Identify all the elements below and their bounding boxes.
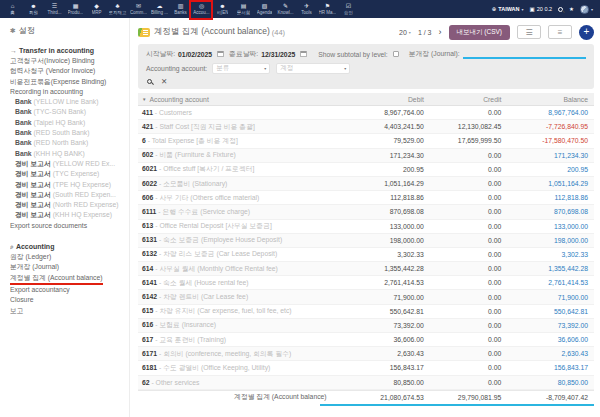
topbar-item-documents[interactable]: ▤문서함 (233, 0, 254, 18)
topbar-item-hr-management[interactable]: ⚑HR Ma... (317, 0, 338, 18)
topbar-item-home[interactable]: ⌂홈 (2, 0, 23, 18)
add-record-button[interactable]: + (579, 25, 594, 40)
sidebar-item[interactable]: 분개장 (Journal) (10, 262, 125, 272)
record-count: (44) (272, 28, 285, 37)
sidebar-item[interactable]: 원장 (Ledger) (10, 252, 125, 262)
topbar-item-tools[interactable]: ✈Tools (296, 0, 317, 18)
sidebar-item[interactable]: 협력사청구 (Vendor Invoice) (10, 66, 125, 76)
sidebar-item-account-balance[interactable]: 계정별 집계 (Account balance) (10, 273, 125, 285)
topbar-item-communication[interactable]: ✉Comm... (128, 0, 149, 18)
calendar-icon[interactable] (300, 51, 307, 57)
table-row[interactable]: 613 - Office Rental Deposit [사무실 보증금]133… (138, 220, 594, 234)
export-csv-button[interactable]: 내보내기 (CSV) (449, 25, 511, 40)
credit-cell: 0.00 (430, 251, 508, 258)
topbar-item-inventory[interactable]: ♣로자재고 (107, 0, 128, 18)
topbar-item-agenda[interactable]: ▧Agenda (254, 0, 275, 18)
sidebar-item[interactable]: Closure (10, 295, 125, 305)
sidebar-item[interactable]: 비용전표묶음(Expense Binding) (10, 77, 125, 87)
topbar-item-label: 문서함 (237, 10, 251, 15)
sidebar-item[interactable]: 경비 보고서 (TPE HQ Expense) (10, 180, 125, 190)
table-row[interactable]: 6141 - 숙소 월세 (House rental fee)2,761,414… (138, 276, 594, 290)
table-row[interactable]: 6111 - 은행 수수료 (Service charge)870,698.08… (138, 205, 594, 219)
account-category-select[interactable]: 분류 ▾ (212, 63, 270, 74)
sidebar-item[interactable]: Export accountancy (10, 285, 125, 295)
table-row[interactable]: 6022 - 소모품비 (Stationary)1,051,164.290.00… (138, 177, 594, 191)
sidebar-item[interactable]: 경비 보고서 (South RED Expen... (10, 190, 125, 200)
sidebar-item[interactable]: Export source documents (10, 221, 125, 231)
end-date-value[interactable]: 12/31/2025 (261, 51, 295, 58)
table-row[interactable]: 616 - 보험료 (Insurance)73,392.000.0073,392… (138, 319, 594, 333)
user-menu[interactable]: ▾ (580, 5, 593, 14)
balance-cell: 8,967,764.00 (507, 109, 594, 116)
sidebar-item[interactable]: Bank (YELLOW Line Bank) (10, 97, 125, 107)
sidebar-item[interactable]: Bank (TYC-SGN Bank) (10, 107, 125, 117)
sidebar-item[interactable]: Recording in accounting (10, 87, 125, 97)
table-row[interactable]: 6131 - 숙소 보증금 (Employee House Deposit)19… (138, 234, 594, 248)
language-region-selector[interactable]: ⊕ TAIWAN ▾ (492, 6, 524, 12)
sidebar-item[interactable]: Bank (KHH HQ BANK) (10, 149, 125, 159)
settings-header[interactable]: ✱ 설정 (10, 25, 125, 36)
search-icon[interactable] (147, 79, 152, 84)
account-cell: 411 - Customers (138, 109, 339, 116)
calendar-icon[interactable] (217, 51, 224, 57)
globe-icon: ⊕ (492, 6, 497, 12)
clear-filters-icon[interactable]: ✕ (161, 78, 167, 85)
table-row[interactable]: 615 - 차량 유지비 (Car expense, fuel, toll fe… (138, 305, 594, 319)
table-row[interactable]: 411 - Customers8,967,764.000.008,967,764… (138, 106, 594, 120)
header-account[interactable]: ▼ Accounting account (138, 96, 339, 103)
global-search-button[interactable] (558, 7, 563, 12)
credit-cell: 0.00 (430, 294, 508, 301)
topbar-item-products[interactable]: ▦Produ... (65, 0, 86, 18)
chevron-down-icon: ▾ (344, 66, 346, 71)
topbar-item-mrp[interactable]: ◆MRP (86, 0, 107, 18)
topbar-item-banks[interactable]: ▥Banks (170, 0, 191, 18)
favorites-button[interactable]: ★ (569, 6, 574, 12)
sidebar-item[interactable]: Bank (Taipei HQ Bank) (10, 118, 125, 128)
subtotal-checkbox[interactable] (393, 51, 399, 57)
indent-view-button[interactable]: ≡ (548, 25, 572, 39)
banks-icon: ▥ (178, 3, 184, 10)
version-indicator[interactable]: ▣ 20 0.2 (530, 6, 553, 12)
sidebar-item[interactable]: 고객청구서(Invoice) Binding (10, 56, 125, 66)
balance-cell: 36,606.00 (507, 336, 594, 343)
list-view-button[interactable]: ☰ (517, 25, 541, 39)
filter-row-account: Accounting account: 분류 ▾ 계정 ▾ (146, 61, 586, 75)
table-row[interactable]: 6142 - 차량 렌트비 (Car Lease fee)71,900.000.… (138, 290, 594, 304)
journal-input[interactable] (463, 49, 586, 59)
documents-icon: ▤ (241, 3, 247, 10)
sidebar-item[interactable]: Bank (RED South Bank) (10, 128, 125, 138)
account-filter-label: Accounting account: (146, 65, 207, 72)
balance-cell: -7,726,840.95 (507, 123, 594, 130)
sidebar-item[interactable]: 경비 보고서 (North RED Expense) (10, 200, 125, 210)
table-row[interactable]: 614 - 사무실 월세 (Monthly Office Rental fee)… (138, 262, 594, 276)
sidebar-item[interactable]: Bank (RED North Bank) (10, 138, 125, 148)
topbar-item-approvals[interactable]: ☑승인 (338, 0, 359, 18)
credit-cell: 0.00 (430, 364, 508, 371)
table-row[interactable]: 6171 - 회의비 (conference, meeting, 회의록 필수)… (138, 347, 594, 361)
page-size-select[interactable]: 20 ▾ (399, 29, 411, 36)
topbar-item-knowledge[interactable]: ✎Knowl... (275, 0, 296, 18)
table-row[interactable]: 6181 - 수도 광열비 (Office Keeping, Utility)1… (138, 361, 594, 375)
table-row[interactable]: 6132 - 차량 리스 보증금 (Car Lease Deposit)3,30… (138, 248, 594, 262)
account-cell: 6141 - 숙소 월세 (House rental fee) (138, 278, 339, 288)
topbar-item-members[interactable]: ☻회원 (23, 0, 44, 18)
table-row[interactable]: 606 - 사무 기타 (Others office material)112,… (138, 191, 594, 205)
footer-accent-line (320, 404, 594, 406)
topbar-item-hr-en[interactable]: ☻비|EN (212, 0, 233, 18)
billing-icon: ☁ (157, 3, 163, 10)
table-row[interactable]: 617 - 교육 훈련비 (Training)36,606.000.0036,6… (138, 333, 594, 347)
table-row[interactable]: 6021 - Office stuff [복사기 / 프로젝터]200.950.… (138, 163, 594, 177)
table-row[interactable]: 602 - 비품 (Furniture & Fixture)171,234.30… (138, 149, 594, 163)
table-row[interactable]: 421 - Staff Cost [직원 지급 비용 총괄]4,403,241.… (138, 120, 594, 134)
topbar-item-third-party[interactable]: ☰Third... (44, 0, 65, 18)
sidebar-item[interactable]: 보고 (10, 306, 125, 316)
start-date-value[interactable]: 01/02/2025 (178, 51, 212, 58)
sidebar-item[interactable]: 경비 보고서 (KHH HQ Expense) (10, 210, 125, 220)
sidebar-item[interactable]: 경비 보고서 (YELLOW RED Ex... (10, 159, 125, 169)
account-select[interactable]: 계정 ▾ (276, 63, 350, 74)
sidebar-item[interactable]: 경비 보고서 (TYC Expense) (10, 169, 125, 179)
topbar-item-billing[interactable]: ☁Billing ... (149, 0, 170, 18)
table-row[interactable]: 62 - Other services80,850.000.0080,850.0… (138, 376, 594, 390)
table-row[interactable]: 6 - Total Expense [총 비용 계정]79,529.0017,6… (138, 134, 594, 148)
pager-next-button[interactable]: › (439, 28, 442, 37)
